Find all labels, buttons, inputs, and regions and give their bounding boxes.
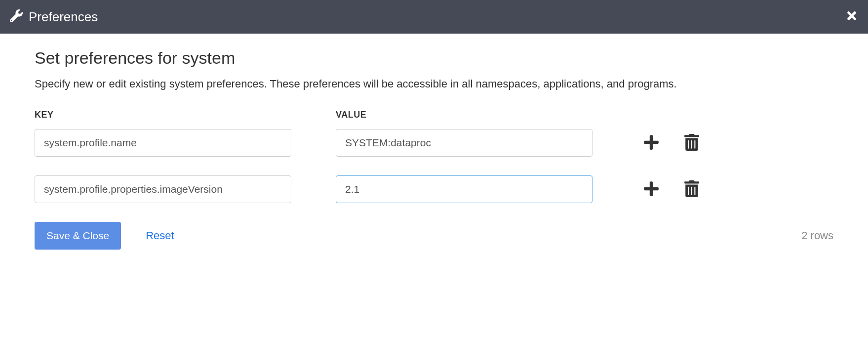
header-title: Preferences — [29, 9, 98, 25]
key-column-header: KEY — [35, 110, 291, 120]
footer: Save & Close Reset 2 rows — [35, 222, 833, 250]
page-description: Specify new or edit existing system pref… — [35, 76, 833, 92]
key-input[interactable] — [35, 129, 291, 157]
reset-button[interactable]: Reset — [146, 229, 174, 242]
delete-row-button[interactable] — [683, 134, 700, 152]
row-count: 2 rows — [801, 229, 833, 242]
key-input[interactable] — [35, 175, 291, 203]
wrench-icon — [10, 9, 23, 24]
footer-left: Save & Close Reset — [35, 222, 174, 250]
close-icon[interactable] — [845, 9, 858, 24]
value-input[interactable] — [336, 175, 592, 203]
columns-header: KEY VALUE — [35, 110, 833, 120]
header-left: Preferences — [10, 9, 98, 25]
trash-icon — [683, 191, 700, 199]
row-actions — [643, 180, 700, 199]
save-close-button[interactable]: Save & Close — [35, 222, 121, 250]
modal-header: Preferences — [0, 0, 868, 34]
plus-icon — [643, 191, 660, 199]
trash-icon — [683, 145, 700, 152]
value-column-header: VALUE — [336, 110, 592, 120]
add-row-button[interactable] — [643, 180, 660, 199]
page-title: Set preferences for system — [35, 48, 833, 68]
preference-row — [35, 129, 833, 157]
row-actions — [643, 134, 700, 152]
delete-row-button[interactable] — [683, 180, 700, 199]
add-row-button[interactable] — [643, 134, 660, 152]
preference-row — [35, 175, 833, 203]
value-input[interactable] — [336, 129, 592, 157]
plus-icon — [643, 145, 660, 152]
modal-content: Set preferences for system Specify new o… — [0, 34, 868, 264]
